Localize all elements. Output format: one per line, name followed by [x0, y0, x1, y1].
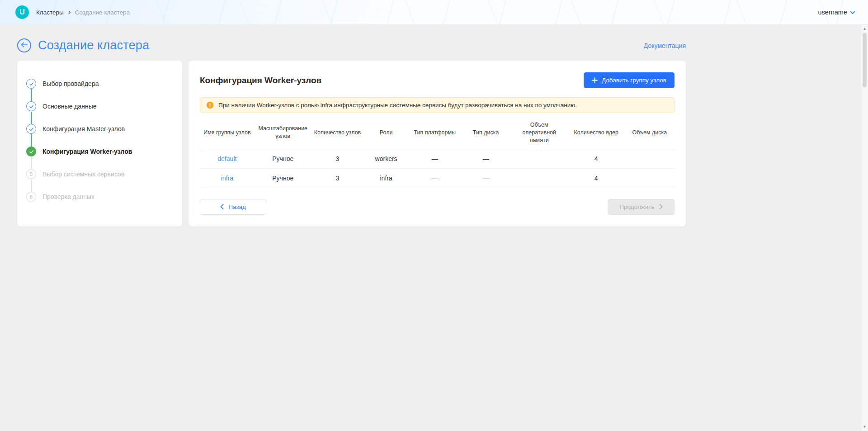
table-cell: infra [363, 168, 409, 188]
back-button[interactable] [17, 38, 31, 52]
table-cell: Ручное [255, 168, 311, 188]
table-cell [625, 149, 675, 168]
breadcrumb-clusters[interactable]: Кластеры [36, 9, 64, 16]
column-header: Масштабирование узлов [255, 117, 311, 149]
add-node-group-button[interactable]: Добавить группу узлов [584, 72, 675, 88]
step-label: Выбор системных сервисов [42, 171, 124, 178]
chevron-right-icon [659, 204, 663, 209]
table-cell: workers [363, 149, 409, 168]
add-node-group-label: Добавить группу узлов [602, 77, 666, 84]
column-header: Тип диска [461, 117, 511, 149]
table-cell [511, 168, 568, 188]
table-cell: — [461, 168, 511, 188]
stepper-step-system-services: 5 Выбор системных сервисов [26, 163, 173, 185]
stepper-step-data-review: 6 Проверка данных [26, 185, 173, 208]
table-row: default Ручное 3 workers — — 4 [200, 149, 675, 168]
worker-config-panel: Конфигурация Worker-узлов Добавить групп… [189, 61, 686, 227]
plus-icon [592, 77, 598, 83]
step-label: Проверка данных [42, 193, 94, 200]
section-heading: Конфигурация Worker-узлов [200, 76, 321, 85]
table-header-row: Имя группы узлов Масштабирование узлов К… [200, 117, 675, 149]
table-cell: 3 [311, 149, 364, 168]
page-head: Создание кластера Документация [17, 38, 686, 52]
username-label: username [818, 9, 847, 16]
info-banner-text: При наличии Worker-узлов с ролью infra и… [218, 102, 577, 109]
stepper-step-provider[interactable]: Выбор провайдера [26, 72, 173, 95]
stepper-step-master-config[interactable]: Конфигурация Master-узлов [26, 118, 173, 140]
table-cell: 3 [311, 168, 364, 188]
column-header: Имя группы узлов [200, 117, 255, 149]
table-cell: — [461, 149, 511, 168]
user-menu[interactable]: username [818, 9, 855, 16]
documentation-link[interactable]: Документация [644, 42, 686, 49]
table-cell: 4 [568, 149, 625, 168]
step-label: Конфигурация Worker-узлов [42, 148, 132, 155]
stepper-step-basic-data[interactable]: Основные данные [26, 95, 173, 118]
column-header: Количество ядер [568, 117, 625, 149]
breadcrumb-current: Создание кластера [75, 9, 130, 16]
column-header: Количество узлов [311, 117, 364, 149]
step-number: 5 [26, 169, 36, 179]
chevron-down-icon [850, 10, 855, 14]
table-cell: — [409, 149, 461, 168]
warning-icon [206, 101, 214, 109]
check-icon [26, 124, 36, 134]
scroll-down-arrow-icon[interactable]: ▼ [861, 424, 868, 430]
table-cell: — [409, 168, 461, 188]
chevron-left-icon [220, 204, 224, 209]
app-logo[interactable]: U [15, 5, 29, 19]
arrow-left-icon [21, 42, 28, 49]
top-header: U Кластеры Создание кластера username [0, 0, 868, 25]
stepper-sidebar: Выбор провайдера Основные данные Конфигу… [17, 61, 182, 227]
step-label: Выбор провайдера [42, 80, 99, 87]
step-label: Основные данные [42, 103, 97, 110]
column-header: Объем оперативной памяти [511, 117, 568, 149]
stepper-step-worker-config[interactable]: Конфигурация Worker-узлов [26, 140, 173, 163]
scrollbar-thumb[interactable] [863, 33, 867, 87]
page-title: Создание кластера [38, 38, 149, 52]
table-cell [511, 149, 568, 168]
check-icon [26, 101, 36, 111]
step-number: 6 [26, 192, 36, 202]
logo-glyph-icon: U [19, 9, 25, 16]
table-cell: Ручное [255, 149, 311, 168]
info-banner: При наличии Worker-узлов с ролью infra и… [200, 97, 675, 113]
table-row: infra Ручное 3 infra — — 4 [200, 168, 675, 188]
table-cell: default [200, 149, 255, 168]
table-cell [625, 168, 675, 188]
breadcrumb: Кластеры Создание кластера [36, 9, 130, 16]
nazad-label: Назад [228, 204, 246, 210]
node-group-link[interactable]: infra [221, 175, 233, 182]
check-icon [26, 147, 36, 156]
table-cell: infra [200, 168, 255, 188]
scrollbar[interactable]: ▲ ▼ [861, 25, 868, 431]
column-header: Объем диска [625, 117, 675, 149]
check-icon [26, 79, 36, 89]
continue-button[interactable]: Продолжить [608, 199, 675, 215]
column-header: Тип платформы [409, 117, 461, 149]
scroll-up-arrow-icon[interactable]: ▲ [861, 26, 868, 32]
continue-label: Продолжить [619, 204, 654, 210]
breadcrumb-chevron-icon [67, 10, 71, 14]
node-group-link[interactable]: default [217, 155, 236, 162]
step-label: Конфигурация Master-узлов [42, 125, 125, 133]
table-cell: 4 [568, 168, 625, 188]
column-header: Роли [363, 117, 409, 149]
nazad-button[interactable]: Назад [200, 199, 266, 215]
node-groups-table: Имя группы узлов Масштабирование узлов К… [200, 117, 675, 188]
